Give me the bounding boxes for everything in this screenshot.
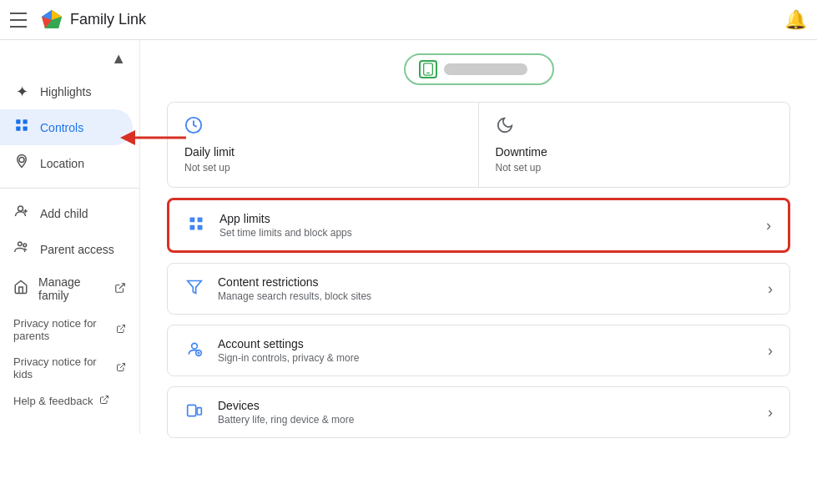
- content-restrictions-title: Content restrictions: [218, 275, 768, 289]
- manage-family-external-icon: [114, 282, 126, 296]
- devices-content: Devices Battery life, ring device & more: [218, 399, 768, 426]
- downtime-subtitle: Not set up: [496, 162, 774, 174]
- topbar: Family Link 🔔: [0, 0, 817, 40]
- daily-limit-icon: [184, 116, 461, 139]
- app-limits-subtitle: Set time limits and block apps: [219, 227, 766, 239]
- svg-point-13: [18, 242, 23, 246]
- content-restrictions-content: Content restrictions Manage search resul…: [218, 275, 768, 302]
- sidebar-divider-1: [0, 188, 139, 189]
- logo-svg: [40, 8, 63, 32]
- svg-line-17: [120, 364, 125, 369]
- devices-chevron: ›: [768, 404, 773, 421]
- app-limits-icon: [186, 215, 206, 236]
- add-child-icon: [13, 204, 30, 223]
- svg-rect-24: [190, 217, 195, 222]
- sidebar-bottom: Privacy notice for parents Privacy notic…: [0, 310, 139, 427]
- svg-rect-33: [188, 405, 196, 416]
- content-restrictions-icon: [184, 279, 204, 300]
- highlights-icon: ✦: [13, 83, 30, 101]
- sidebar-item-controls[interactable]: Controls: [0, 109, 133, 145]
- sidebar-item-highlights[interactable]: ✦ Highlights: [0, 74, 133, 109]
- sidebar-label-add-child: Add child: [40, 207, 88, 220]
- svg-point-10: [18, 206, 23, 211]
- sidebar-item-parent-access[interactable]: Parent access: [0, 231, 139, 267]
- daily-limit-title: Daily limit: [184, 145, 461, 159]
- downtime-icon: [496, 116, 774, 139]
- sidebar-label-manage-family: Manage family: [38, 275, 104, 302]
- privacy-kids-label: Privacy notice for kids: [13, 355, 109, 381]
- devices-icon: [184, 402, 204, 423]
- privacy-parents-label: Privacy notice for parents: [13, 317, 109, 342]
- svg-rect-5: [16, 119, 20, 123]
- daily-limit-card[interactable]: Daily limit Not set up: [168, 103, 479, 187]
- devices-item[interactable]: Devices Battery life, ring device & more…: [167, 386, 790, 438]
- svg-rect-25: [198, 217, 203, 222]
- help-feedback-label: Help & feedback: [13, 395, 93, 407]
- downtime-card[interactable]: Downtime Not set up: [479, 103, 790, 187]
- account-settings-title: Account settings: [218, 337, 768, 350]
- parent-access-icon: [13, 239, 30, 259]
- app-limits-chevron: ›: [766, 217, 771, 234]
- device-pill-row: [167, 53, 790, 85]
- app-limits-title: App limits: [219, 212, 766, 225]
- devices-title: Devices: [218, 399, 768, 412]
- app-limits-content: App limits Set time limits and block app…: [219, 212, 766, 239]
- sidebar: ▲ ✦ Highlights Controls Location: [0, 40, 140, 434]
- controls-icon: [13, 118, 30, 137]
- devices-subtitle: Battery life, ring device & more: [218, 414, 768, 426]
- main-layout: ▲ ✦ Highlights Controls Location: [0, 40, 817, 504]
- help-feedback-external-icon: [99, 394, 109, 407]
- svg-line-15: [119, 283, 124, 288]
- account-settings-chevron: ›: [768, 342, 773, 360]
- account-settings-content: Account settings Sign-in controls, priva…: [218, 337, 768, 364]
- daily-limit-subtitle: Not set up: [184, 162, 461, 174]
- account-settings-item[interactable]: Account settings Sign-in controls, priva…: [167, 325, 790, 376]
- svg-rect-6: [23, 119, 28, 123]
- downtime-title: Downtime: [496, 145, 774, 159]
- svg-line-16: [120, 325, 125, 330]
- svg-rect-7: [16, 127, 20, 131]
- sidebar-item-manage-family[interactable]: Manage family: [0, 267, 139, 310]
- content-restrictions-subtitle: Manage search results, block sites: [218, 290, 768, 302]
- svg-point-29: [192, 343, 198, 349]
- svg-point-9: [19, 158, 24, 163]
- privacy-kids-external-icon: [116, 361, 126, 375]
- account-settings-subtitle: Sign-in controls, privacy & more: [218, 352, 768, 364]
- manage-family-icon: [13, 280, 28, 299]
- svg-point-14: [23, 244, 27, 247]
- cards-grid: Daily limit Not set up Downtime Not set …: [167, 102, 790, 188]
- svg-rect-34: [197, 407, 201, 414]
- device-pill[interactable]: [404, 53, 554, 85]
- sidebar-item-help-feedback[interactable]: Help & feedback: [0, 387, 139, 414]
- app-logo: Family Link: [40, 8, 146, 32]
- app-limits-item[interactable]: App limits Set time limits and block app…: [167, 198, 790, 253]
- sidebar-wrapper: ▲ ✦ Highlights Controls Location: [0, 40, 140, 504]
- sidebar-item-privacy-kids[interactable]: Privacy notice for kids: [0, 349, 139, 387]
- svg-rect-26: [190, 224, 195, 229]
- privacy-parents-external-icon: [116, 323, 126, 336]
- svg-line-18: [103, 396, 108, 401]
- sidebar-label-location: Location: [40, 157, 84, 170]
- device-name: [444, 63, 527, 75]
- svg-rect-27: [198, 224, 203, 229]
- sidebar-item-add-child[interactable]: Add child: [0, 195, 139, 231]
- sidebar-label-controls: Controls: [40, 121, 83, 134]
- content-restrictions-chevron: ›: [768, 280, 773, 298]
- bell-icon[interactable]: 🔔: [784, 9, 807, 31]
- app-title: Family Link: [70, 11, 146, 28]
- sidebar-collapse-button[interactable]: ▲: [0, 47, 139, 74]
- svg-rect-8: [23, 127, 28, 131]
- svg-marker-28: [188, 280, 202, 293]
- sidebar-label-parent-access: Parent access: [40, 243, 114, 256]
- menu-icon[interactable]: [10, 10, 30, 30]
- sidebar-item-privacy-parents[interactable]: Privacy notice for parents: [0, 310, 139, 349]
- sidebar-item-location[interactable]: Location: [0, 145, 133, 181]
- content-area: Daily limit Not set up Downtime Not set …: [140, 40, 817, 504]
- location-icon: [13, 154, 30, 173]
- content-restrictions-item[interactable]: Content restrictions Manage search resul…: [167, 263, 790, 315]
- account-settings-icon: [184, 340, 204, 361]
- sidebar-label-highlights: Highlights: [40, 85, 91, 98]
- device-icon: [419, 60, 437, 78]
